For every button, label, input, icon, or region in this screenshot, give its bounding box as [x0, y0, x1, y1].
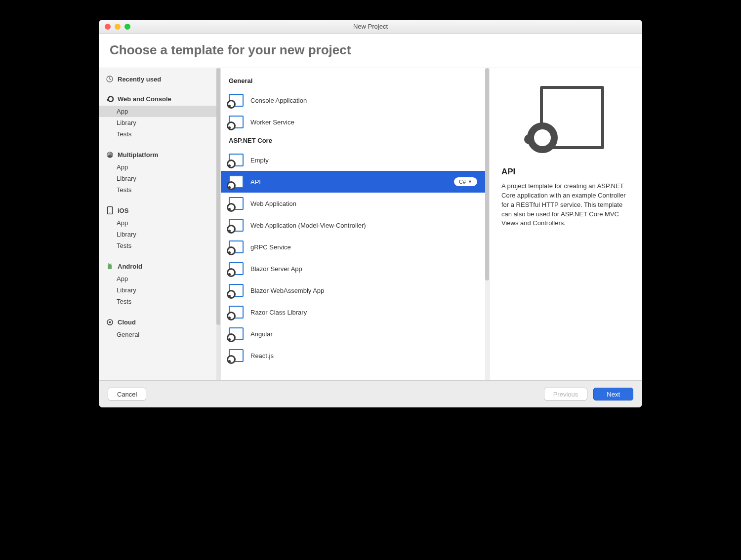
template-label: Web Application (Model-View-Controller)	[250, 222, 484, 229]
template-item-web-application[interactable]: Web Application	[229, 193, 489, 214]
sidebar-item-general[interactable]: General	[99, 329, 220, 340]
template-icon	[229, 154, 244, 166]
template-icon	[229, 94, 244, 107]
sidebar-group-label: Android	[118, 263, 142, 270]
category-sidebar: Recently used Web and ConsoleAppLibraryT…	[99, 68, 220, 380]
template-item-blazor-webassembly-app[interactable]: Blazor WebAssembly App	[229, 280, 489, 301]
svg-point-6	[108, 264, 109, 265]
template-label: Empty	[250, 157, 484, 164]
template-detail-pane: API A project template for creating an A…	[489, 68, 642, 380]
dialog-body: Recently used Web and ConsoleAppLibraryT…	[99, 68, 642, 380]
sidebar-item-library[interactable]: Library	[99, 117, 220, 128]
sidebar-group-label: Cloud	[118, 319, 136, 326]
titlebar: New Project	[99, 20, 642, 34]
template-label: Blazor WebAssembly App	[250, 287, 484, 294]
template-label: API	[250, 178, 447, 186]
template-label: Web Application	[250, 200, 484, 207]
template-icon	[229, 197, 244, 210]
detail-description: A project template for creating an ASP.N…	[501, 182, 630, 228]
sidebar-group-recent[interactable]: Recently used	[99, 71, 220, 86]
template-large-icon	[524, 86, 608, 155]
template-item-blazor-server-app[interactable]: Blazor Server App	[229, 258, 489, 280]
dialog-footer: Cancel Previous Next	[99, 380, 642, 407]
sidebar-item-app[interactable]: App	[99, 273, 220, 284]
previous-button[interactable]: Previous	[544, 388, 588, 400]
sidebar-item-library[interactable]: Library	[99, 229, 220, 240]
sidebar-item-tests[interactable]: Tests	[99, 128, 220, 140]
template-list: GeneralConsole ApplicationWorker Service…	[220, 68, 489, 380]
sidebar-item-app[interactable]: App	[99, 161, 220, 173]
template-icon	[229, 219, 244, 232]
template-icon	[229, 116, 244, 128]
template-icon	[229, 349, 244, 362]
template-label: Console Application	[250, 97, 484, 104]
clock-icon	[106, 75, 114, 83]
template-label: Angular	[250, 330, 484, 338]
template-section-header: General	[229, 73, 489, 89]
template-icon	[229, 262, 244, 275]
sidebar-group-label: Multiplatform	[118, 151, 158, 159]
template-item-react-js[interactable]: React.js	[229, 345, 489, 366]
svg-line-8	[108, 263, 109, 264]
sidebar-group-multiplatform[interactable]: Multiplatform	[99, 147, 220, 161]
dialog-header: Choose a template for your new project	[99, 34, 642, 68]
svg-point-11	[109, 321, 111, 323]
sidebar-item-app[interactable]: App	[99, 217, 220, 229]
sidebar-scrollbar-thumb[interactable]	[216, 68, 220, 325]
template-item-web-application-model-view-controller-[interactable]: Web Application (Model-View-Controller)	[229, 214, 489, 236]
template-item-razor-class-library[interactable]: Razor Class Library	[229, 301, 489, 323]
template-icon	[229, 306, 244, 319]
detail-title: API	[501, 167, 630, 177]
template-icon	[229, 327, 244, 340]
template-item-api[interactable]: APIC#▼	[221, 171, 489, 193]
templates-scrollbar[interactable]	[485, 68, 489, 380]
template-label: React.js	[250, 352, 484, 360]
sidebar-group-ios[interactable]: iOS	[99, 202, 220, 217]
template-icon	[229, 284, 244, 297]
template-icon	[229, 175, 244, 188]
sidebar-scrollbar[interactable]	[216, 68, 220, 380]
sidebar-item-tests[interactable]: Tests	[99, 184, 220, 196]
sidebar-group-web-and-console[interactable]: Web and Console	[99, 91, 220, 106]
template-section-header: ASP.NET Core	[229, 133, 489, 149]
templates-scrollbar-thumb[interactable]	[485, 68, 489, 280]
dotnet-icon	[106, 95, 114, 103]
language-selector[interactable]: C#▼	[454, 177, 477, 186]
sidebar-group-label: iOS	[118, 207, 128, 214]
template-item-angular[interactable]: Angular	[229, 323, 489, 345]
template-label: gRPC Service	[250, 243, 484, 251]
sidebar-item-app[interactable]: App	[99, 106, 220, 117]
template-label: Worker Service	[250, 119, 484, 126]
sidebar-label: Recently used	[118, 76, 161, 83]
multi-icon	[106, 151, 114, 159]
language-label: C#	[459, 179, 466, 185]
svg-point-7	[110, 264, 111, 265]
svg-point-5	[109, 212, 110, 213]
page-title: Choose a template for your new project	[110, 42, 631, 58]
template-item-grpc-service[interactable]: gRPC Service	[229, 236, 489, 258]
template-icon	[229, 240, 244, 253]
svg-point-2	[107, 99, 109, 101]
sidebar-group-android[interactable]: Android	[99, 258, 220, 273]
sidebar-item-library[interactable]: Library	[99, 284, 220, 296]
sidebar-item-library[interactable]: Library	[99, 173, 220, 184]
sidebar-group-cloud[interactable]: Cloud	[99, 314, 220, 329]
chevron-down-icon: ▼	[468, 179, 472, 184]
template-item-console-application[interactable]: Console Application	[229, 89, 489, 111]
template-item-empty[interactable]: Empty	[229, 149, 489, 171]
template-item-worker-service[interactable]: Worker Service	[229, 111, 489, 133]
svg-line-9	[111, 263, 111, 264]
ios-icon	[106, 206, 114, 214]
cancel-button[interactable]: Cancel	[108, 388, 146, 400]
template-label: Razor Class Library	[250, 309, 484, 316]
android-icon	[106, 262, 114, 270]
sidebar-group-label: Web and Console	[118, 95, 171, 103]
template-label: Blazor Server App	[250, 265, 484, 273]
sidebar-item-tests[interactable]: Tests	[99, 296, 220, 307]
cloud-icon	[106, 318, 114, 326]
window-title: New Project	[99, 23, 642, 30]
next-button[interactable]: Next	[593, 388, 633, 400]
new-project-dialog: New Project Choose a template for your n…	[99, 20, 642, 407]
svg-point-1	[108, 96, 113, 101]
sidebar-item-tests[interactable]: Tests	[99, 240, 220, 251]
